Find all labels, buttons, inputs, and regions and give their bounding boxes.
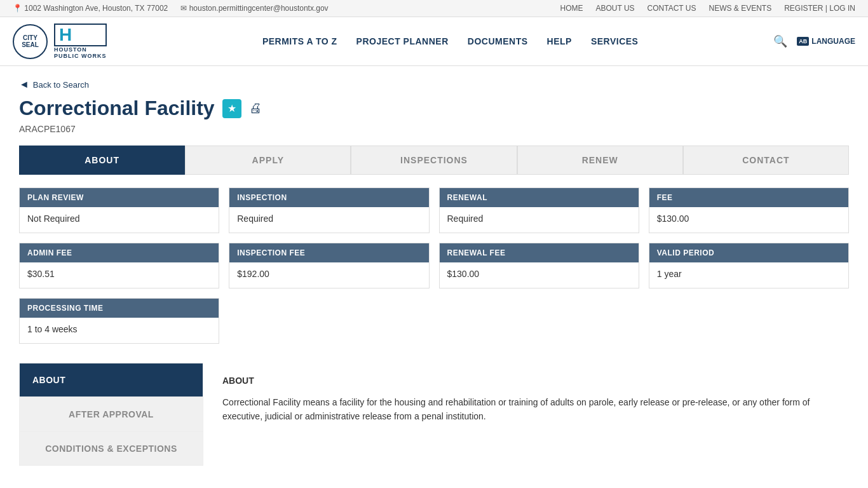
help-nav[interactable]: HELP: [547, 36, 572, 46]
logo-brand: H HOUSTONPUBLIC WORKS: [54, 24, 107, 59]
valid-period-header: VALID PERIOD: [649, 243, 848, 262]
renewal-fee-header: RENEWAL FEE: [440, 243, 639, 262]
tab-about[interactable]: ABOUT: [19, 146, 185, 175]
contact-nav-link[interactable]: CONTACT US: [648, 4, 696, 13]
tabs-container: ABOUT APPLY INSPECTIONS RENEW CONTACT: [19, 146, 849, 175]
renewal-fee-card: RENEWAL FEE $130.00: [439, 243, 639, 288]
plan-review-header: PLAN REVIEW: [20, 188, 219, 207]
renewal-fee-value: $130.00: [440, 262, 639, 288]
h-logo: H: [54, 24, 107, 46]
news-nav-link[interactable]: NEWS & EVENTS: [709, 4, 772, 13]
back-label: Back to Search: [33, 80, 89, 90]
language-label: LANGUAGE: [811, 37, 855, 46]
inspection-value: Required: [229, 207, 428, 233]
inspection-fee-header: INSPECTION FEE: [229, 243, 428, 262]
content-area: ◄ Back to Search Correctional Facility ★…: [0, 66, 868, 478]
fee-header: FEE: [649, 188, 848, 207]
permits-nav[interactable]: PERMITS A TO Z: [262, 36, 337, 46]
register-nav-link[interactable]: REGISTER | LOG IN: [784, 4, 855, 13]
tab-apply[interactable]: APPLY: [185, 146, 351, 175]
sidebar-menu: ABOUT AFTER APPROVAL CONDITIONS & EXCEPT…: [19, 363, 203, 466]
tab-renew[interactable]: RENEW: [517, 146, 683, 175]
language-button[interactable]: AB LANGUAGE: [797, 37, 855, 46]
about-content: ABOUT Correctional Facility means a faci…: [203, 363, 849, 466]
home-nav-link[interactable]: HOME: [560, 4, 583, 13]
lang-icon: AB: [797, 37, 809, 46]
valid-period-value: 1 year: [649, 262, 848, 288]
content-body-text: Correctional Facility means a facility f…: [222, 395, 830, 424]
seal-logo: CITYSEAL: [13, 24, 48, 59]
inspection-header: INSPECTION: [229, 188, 428, 207]
processing-time-header: PROCESSING TIME: [20, 299, 219, 318]
back-arrow-icon: ◄: [19, 79, 29, 90]
processing-time-row: PROCESSING TIME 1 to 4 weeks: [19, 298, 219, 344]
cards-row-2: ADMIN FEE $30.51 INSPECTION FEE $192.00 …: [19, 243, 849, 288]
back-to-search-link[interactable]: ◄ Back to Search: [19, 79, 849, 90]
admin-fee-value: $30.51: [20, 262, 219, 288]
search-button[interactable]: 🔍: [773, 34, 787, 48]
email-link: ✉ houston.permittingcenter@houstontx.gov: [180, 4, 328, 13]
plan-review-card: PLAN REVIEW Not Required: [19, 187, 219, 233]
cards-row-1: PLAN REVIEW Not Required INSPECTION Requ…: [19, 187, 849, 233]
inspection-fee-value: $192.00: [229, 262, 428, 288]
top-bar: 📍 1002 Washington Ave, Houston, TX 77002…: [0, 0, 868, 17]
inspection-card: INSPECTION Required: [229, 187, 429, 233]
logo-area: CITYSEAL H HOUSTONPUBLIC WORKS: [13, 24, 114, 59]
documents-nav[interactable]: DOCUMENTS: [468, 36, 528, 46]
favorite-icon[interactable]: ★: [222, 99, 241, 118]
tab-contact[interactable]: CONTACT: [683, 146, 849, 175]
fee-card: FEE $130.00: [649, 187, 849, 233]
tab-inspections[interactable]: INSPECTIONS: [351, 146, 517, 175]
print-icon[interactable]: 🖨: [249, 101, 262, 116]
sidebar-item-conditions[interactable]: CONDITIONS & EXCEPTIONS: [19, 431, 203, 466]
page-title-row: Correctional Facility ★ 🖨: [19, 97, 849, 120]
top-bar-left: 📍 1002 Washington Ave, Houston, TX 77002…: [13, 4, 329, 13]
header: CITYSEAL H HOUSTONPUBLIC WORKS PERMITS A…: [0, 17, 868, 66]
processing-time-value: 1 to 4 weeks: [20, 318, 219, 343]
about-nav-link[interactable]: ABOUT US: [595, 4, 634, 13]
logo-text: HOUSTONPUBLIC WORKS: [54, 46, 107, 59]
renewal-value: Required: [440, 207, 639, 233]
sidebar-item-about[interactable]: ABOUT: [19, 363, 203, 397]
services-nav[interactable]: SERVICES: [591, 36, 639, 46]
admin-fee-header: ADMIN FEE: [20, 243, 219, 262]
page-title: Correctional Facility: [19, 97, 215, 120]
processing-time-card: PROCESSING TIME 1 to 4 weeks: [19, 298, 219, 344]
top-bar-right: HOME ABOUT US CONTACT US NEWS & EVENTS R…: [560, 4, 855, 13]
fee-value: $130.00: [649, 207, 848, 233]
nav-icons: 🔍 AB LANGUAGE: [773, 34, 855, 48]
project-planner-nav[interactable]: PROJECT PLANNER: [356, 36, 449, 46]
bottom-section: ABOUT AFTER APPROVAL CONDITIONS & EXCEPT…: [19, 363, 849, 466]
valid-period-card: VALID PERIOD 1 year: [649, 243, 849, 288]
sidebar-item-after-approval[interactable]: AFTER APPROVAL: [19, 397, 203, 431]
inspection-fee-card: INSPECTION FEE $192.00: [229, 243, 429, 288]
page-code: ARACPE1067: [19, 124, 849, 134]
content-section-title: ABOUT: [222, 376, 830, 386]
main-nav: PERMITS A TO Z PROJECT PLANNER DOCUMENTS…: [140, 36, 761, 46]
renewal-card: RENEWAL Required: [439, 187, 639, 233]
admin-fee-card: ADMIN FEE $30.51: [19, 243, 219, 288]
renewal-header: RENEWAL: [440, 188, 639, 207]
plan-review-value: Not Required: [20, 207, 219, 233]
address: 📍 1002 Washington Ave, Houston, TX 77002: [13, 4, 168, 13]
